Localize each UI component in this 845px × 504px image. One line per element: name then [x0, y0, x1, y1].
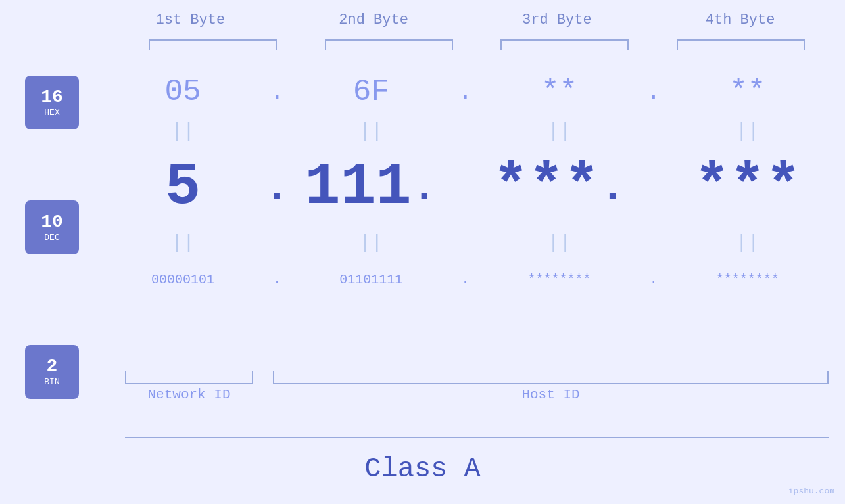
dec-name: DEC [44, 233, 59, 242]
sep-bin-3: . [650, 272, 658, 287]
top-bracket-1 [149, 39, 277, 50]
hex-badge: 16 HEX [25, 76, 79, 129]
hex-cell-2: 6F [287, 66, 455, 118]
bottom-brackets [125, 371, 829, 384]
bin-val-1: 00000101 [151, 272, 214, 287]
eq-cell-4: || [664, 118, 832, 145]
dec-cell-4: *** [664, 145, 832, 230]
dec-sep-1: . [267, 145, 287, 230]
bin-sep-3: . [644, 256, 664, 302]
byte-header-1: 1st Byte [99, 12, 282, 28]
dec-sep-2 [456, 145, 475, 230]
sep-hex-3: . [646, 79, 661, 106]
eq2-3: || [548, 232, 571, 254]
byte-headers: 1st Byte 2nd Byte 3rd Byte 4th Byte [99, 12, 832, 28]
main-grid: 05 . 6F . ** . ** || [99, 66, 832, 302]
sep-bin-1: . [273, 272, 281, 287]
eq-cell-1: || [99, 118, 267, 145]
eq2-cell-4: || [664, 230, 832, 256]
top-brackets [125, 39, 829, 50]
top-bracket-2 [325, 39, 453, 50]
host-bracket [273, 371, 829, 384]
eq2-cell-2: || [287, 230, 455, 256]
hex-sep-1: . [267, 66, 287, 118]
dec-val-1: 5 [165, 154, 201, 221]
sep-bin-2: . [461, 272, 469, 287]
dec-val-4: *** [694, 154, 801, 221]
class-label: Class A [0, 453, 845, 485]
hex-val-4: ** [729, 75, 765, 109]
bin-cell-2: 01101111 [287, 256, 455, 302]
bin-number: 2 [47, 357, 58, 377]
eq2-4: || [736, 232, 760, 254]
dec-sep-inline-2: . [412, 163, 438, 212]
hex-cell-4: ** [664, 66, 832, 118]
eq-sep-3 [644, 118, 664, 145]
bin-val-4: ******** [716, 272, 779, 287]
dec-cell-2: 111. [287, 145, 455, 230]
bin-val-2: 01101111 [339, 272, 402, 287]
eq-2: || [359, 120, 383, 143]
dec-badge: 10 DEC [25, 200, 79, 254]
eq2-2: || [359, 232, 383, 254]
eq2-cell-1: || [99, 230, 267, 256]
bin-cell-4: ******** [664, 256, 832, 302]
bin-cell-3: ******** [475, 256, 644, 302]
dec-val-2: 111 [305, 154, 412, 221]
bracket-gap [253, 371, 273, 384]
hex-sep-3: . [644, 66, 664, 118]
byte-header-3: 3rd Byte [466, 12, 649, 28]
top-bracket-4 [677, 39, 805, 50]
eq-3: || [548, 120, 571, 143]
bin-sep-1: . [267, 256, 287, 302]
sep-dec-1: . [264, 163, 290, 212]
page-wrapper: 1st Byte 2nd Byte 3rd Byte 4th Byte 16 H… [0, 0, 845, 504]
hex-val-3: ** [541, 75, 577, 109]
host-id-label: Host ID [273, 387, 829, 402]
dec-sep-inline-3: . [600, 163, 626, 212]
overall-bracket-line [125, 437, 829, 438]
content-area: 1st Byte 2nd Byte 3rd Byte 4th Byte 16 H… [0, 0, 845, 504]
hex-cell-3: ** [475, 66, 644, 118]
hex-val-2: 6F [353, 75, 389, 109]
hex-sep-2: . [456, 66, 475, 118]
network-bracket [125, 371, 253, 384]
bin-sep-2: . [456, 256, 475, 302]
sep-hex-1: . [270, 79, 284, 106]
bin-val-3: ******** [528, 272, 591, 287]
hex-val-1: 05 [165, 75, 201, 109]
eq2-sep-3 [644, 230, 664, 256]
network-id-label: Network ID [125, 387, 253, 402]
dec-number: 10 [41, 212, 63, 233]
eq-1: || [171, 120, 195, 143]
dec-sep-3 [644, 145, 664, 230]
hex-name: HEX [44, 108, 59, 118]
eq2-cell-3: || [475, 230, 644, 256]
label-gap [253, 387, 273, 402]
byte-header-2: 2nd Byte [282, 12, 466, 28]
eq2-sep-1 [267, 230, 287, 256]
hex-number: 16 [41, 87, 63, 108]
watermark: ipshu.com [788, 486, 834, 496]
eq-4: || [736, 120, 760, 143]
eq-cell-3: || [475, 118, 644, 145]
bin-badge: 2 BIN [25, 345, 79, 399]
eq-cell-2: || [287, 118, 455, 145]
hex-cell-1: 05 [99, 66, 267, 118]
dec-val-3: *** [493, 154, 600, 221]
sep-hex-2: . [458, 79, 473, 106]
eq-sep-2 [456, 118, 475, 145]
eq-sep-1 [267, 118, 287, 145]
id-labels: Network ID Host ID [125, 387, 829, 402]
dec-cell-3: ***. [475, 145, 644, 230]
byte-header-4: 4th Byte [648, 12, 832, 28]
top-bracket-3 [500, 39, 629, 50]
bin-name: BIN [44, 377, 59, 387]
eq2-1: || [171, 232, 195, 254]
base-badges: 16 HEX 10 DEC 2 BIN [25, 76, 79, 399]
dec-cell-1: 5 [99, 145, 267, 230]
eq2-sep-2 [456, 230, 475, 256]
bin-cell-1: 00000101 [99, 256, 267, 302]
bottom-brackets-area: Network ID Host ID [125, 371, 829, 402]
